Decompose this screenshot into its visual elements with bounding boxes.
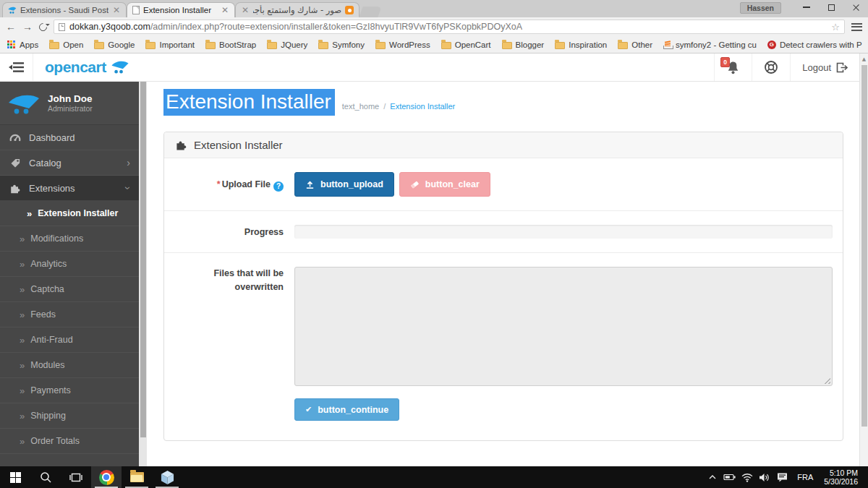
- resize-handle-icon[interactable]: [823, 377, 830, 384]
- sidebar-subitem-modules[interactable]: Modules: [0, 353, 139, 378]
- sidebar-item-dashboard[interactable]: Dashboard: [0, 125, 139, 150]
- page-icon[interactable]: [59, 23, 65, 31]
- sidebar-subitem-order-totals[interactable]: Order Totals: [0, 429, 139, 454]
- sidebar-subitem-shipping[interactable]: Shipping: [0, 403, 139, 429]
- opencart-cart-icon: [7, 93, 41, 114]
- bookmark-label: Blogger: [516, 40, 545, 49]
- action-center-button[interactable]: [775, 472, 789, 482]
- tab-title: Extensions - Saudi Post Sh: [20, 6, 109, 14]
- sidebar-subitem-label: Captcha: [30, 284, 64, 294]
- close-window-button[interactable]: [843, 0, 868, 14]
- close-icon[interactable]: ✕: [221, 6, 229, 14]
- red-g-icon: G: [767, 40, 776, 49]
- clear-button-label: button_clear: [425, 179, 480, 189]
- taskbar-clock[interactable]: 5:10 PM 5/30/2016: [821, 468, 864, 487]
- check-icon: ✔: [305, 405, 312, 414]
- sidebar-toggle-button[interactable]: [0, 53, 33, 81]
- tab-extensions-saudi-post[interactable]: Extensions - Saudi Post Sh ✕: [2, 2, 127, 17]
- sidebar-subitem-modifications[interactable]: Modifications: [0, 226, 139, 252]
- sidebar-subitem-anti-fraud[interactable]: Anti-Fraud: [0, 328, 139, 353]
- sidebar-subitem-label: Anti-Fraud: [30, 335, 72, 345]
- bookmark-symfony2-getting[interactable]: symfony2 - Getting cu: [663, 40, 757, 49]
- taskbar-cube-app-button[interactable]: [152, 466, 182, 488]
- tab-extension-installer[interactable]: Extension Installer ✕: [127, 2, 235, 17]
- bookmark-folder-symfony[interactable]: Symfony: [318, 40, 365, 49]
- language-indicator[interactable]: FRA: [792, 473, 818, 481]
- close-icon[interactable]: ✕: [112, 6, 121, 14]
- panel-body: *Upload File? button_upload: [164, 158, 843, 440]
- bookmark-detect-crawlers[interactable]: GDetect crawlers with P: [767, 40, 862, 49]
- sidebar-subitem-payments[interactable]: Payments: [0, 378, 139, 403]
- taskbar-chrome-button[interactable]: [91, 466, 122, 488]
- opencart-logo[interactable]: opencart: [33, 53, 141, 81]
- bookmark-folder-other[interactable]: Other: [618, 40, 652, 49]
- bookmark-apps[interactable]: Apps: [7, 40, 38, 49]
- task-view-button[interactable]: [61, 466, 91, 488]
- taskbar-search-button[interactable]: [30, 466, 61, 488]
- bookmark-folder-important[interactable]: Important: [145, 40, 195, 49]
- start-button[interactable]: [0, 466, 30, 488]
- tab-title: صور - شارك واستمتع بأجمل: [253, 5, 341, 15]
- scrollbar-thumb[interactable]: [861, 65, 867, 427]
- sidebar-subitem-captcha[interactable]: Captcha: [0, 277, 139, 302]
- chevron-down-icon: ›: [123, 187, 135, 190]
- new-tab-button[interactable]: [359, 7, 381, 17]
- scroll-up-icon[interactable]: ▲: [860, 53, 868, 62]
- folder-icon: [145, 42, 156, 49]
- notifications-button[interactable]: 0: [714, 53, 752, 81]
- folder-icon: [267, 42, 277, 49]
- sidebar-subitem-analytics[interactable]: Analytics: [0, 252, 139, 277]
- bookmark-folder-open[interactable]: Open: [49, 40, 83, 49]
- files-overwritten-textarea[interactable]: [294, 267, 833, 386]
- breadcrumb-current-link[interactable]: Extension Installer: [390, 102, 455, 111]
- close-icon: [852, 4, 860, 12]
- taskbar-explorer-button[interactable]: [122, 466, 152, 488]
- stores-button[interactable]: [752, 53, 790, 81]
- bookmark-folder-bootstrap[interactable]: BootStrap: [205, 40, 256, 49]
- reload-button[interactable]: [38, 21, 49, 33]
- volume-button[interactable]: [757, 473, 772, 482]
- bookmark-folder-blogger[interactable]: Blogger: [502, 40, 545, 49]
- sidebar-item-extensions[interactable]: Extensions ›: [0, 176, 139, 201]
- close-icon[interactable]: ✕: [241, 6, 250, 14]
- progress-row: Progress: [164, 211, 843, 253]
- tab-photos-arabic[interactable]: ✕ صور - شارك واستمتع بأجمل: [235, 2, 359, 17]
- bookmark-folder-wordpress[interactable]: WordPress: [375, 40, 430, 49]
- upload-button[interactable]: button_upload: [294, 172, 394, 197]
- bookmark-folder-opencart[interactable]: OpenCart: [441, 40, 491, 49]
- bookmark-label: WordPress: [389, 40, 430, 49]
- bookmark-star-icon[interactable]: ☆: [831, 22, 840, 33]
- help-icon[interactable]: ?: [273, 181, 284, 192]
- hamburger-icon: [9, 61, 25, 73]
- clear-button[interactable]: button_clear: [399, 172, 490, 197]
- battery-button[interactable]: [723, 473, 737, 481]
- bookmark-folder-inspiration[interactable]: Inspiration: [555, 40, 607, 49]
- browser-profile-chip[interactable]: Hassen: [740, 2, 781, 14]
- page-scrollbar[interactable]: ▲: [859, 53, 868, 466]
- url-domain: dokkan.y3qoob.com: [69, 22, 150, 32]
- chevron-up-icon: [709, 475, 716, 479]
- restore-button[interactable]: [819, 0, 843, 14]
- sidebar-subitem-extension-installer[interactable]: Extension Installer: [0, 201, 139, 226]
- folder-icon: [318, 42, 328, 49]
- sidebar-subitem-label: Modifications: [30, 234, 83, 244]
- breadcrumb-home-link[interactable]: text_home: [342, 102, 379, 111]
- back-button[interactable]: ←: [6, 22, 16, 32]
- browser-menu-icon[interactable]: [851, 23, 862, 31]
- tray-expand-button[interactable]: [705, 475, 720, 479]
- sidebar-item-catalog[interactable]: Catalog ›: [0, 150, 139, 176]
- address-bar[interactable]: dokkan.y3qoob.com/admin/index.php?route=…: [54, 20, 845, 34]
- opencart-favicon: [8, 6, 17, 14]
- wifi-button[interactable]: [740, 473, 754, 482]
- sidebar-subitem-feeds[interactable]: Feeds: [0, 302, 139, 328]
- logout-button[interactable]: Logout: [790, 53, 859, 81]
- continue-button-label: button_continue: [318, 405, 388, 415]
- forward-button[interactable]: →: [22, 22, 33, 32]
- minimize-button[interactable]: [794, 0, 819, 14]
- bookmark-folder-google[interactable]: Google: [94, 40, 135, 49]
- bookmark-folder-jquery[interactable]: JQuery: [267, 40, 307, 49]
- admin-header: opencart 0: [0, 53, 868, 82]
- sidebar-scrollbar[interactable]: [139, 82, 147, 466]
- scrollbar-thumb[interactable]: [140, 82, 146, 437]
- continue-button[interactable]: ✔ button_continue: [294, 398, 399, 421]
